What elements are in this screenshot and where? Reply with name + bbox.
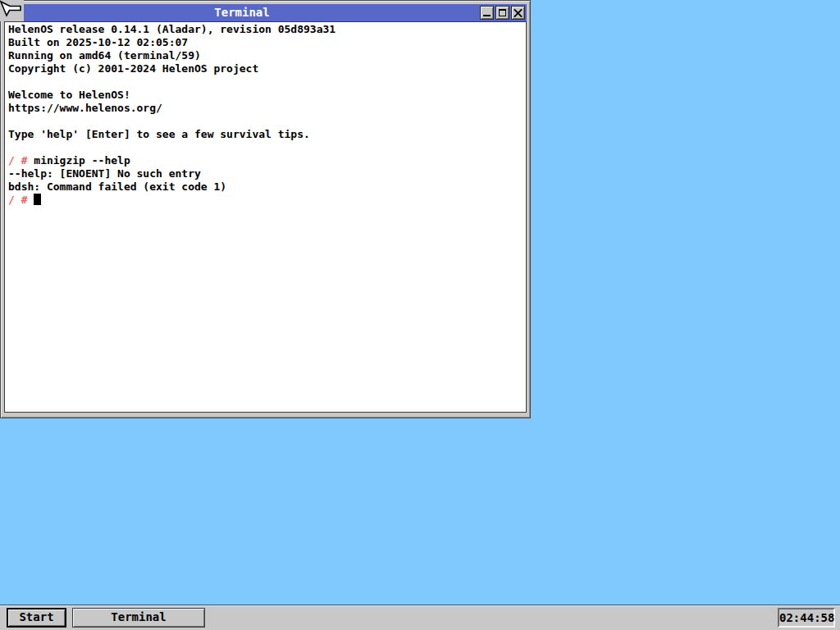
minimize-icon — [483, 15, 491, 16]
shell-prompt: / # — [8, 194, 27, 206]
window-titlebar[interactable]: Terminal — [4, 4, 527, 21]
terminal-line: Running on amd64 (terminal/59) — [8, 49, 526, 62]
terminal-output[interactable]: HelenOS release 0.14.1 (Aladar), revisio… — [4, 21, 527, 413]
maximize-icon — [499, 9, 506, 16]
taskbar-clock: 02:44:58 — [778, 608, 835, 628]
terminal-line: Type 'help' [Enter] to see a few surviva… — [8, 128, 526, 141]
maximize-button[interactable] — [495, 6, 509, 20]
terminal-line: bdsh: Command failed (exit code 1) — [8, 180, 526, 194]
taskbar-item-terminal[interactable]: Terminal — [72, 608, 205, 628]
close-button[interactable] — [511, 6, 525, 20]
close-icon — [512, 7, 524, 19]
terminal-line — [8, 141, 526, 154]
shell-prompt: / # — [8, 154, 27, 167]
terminal-line — [8, 75, 526, 89]
terminal-line: --help: [ENOENT] No such entry — [8, 167, 526, 180]
window-controls — [480, 6, 525, 20]
terminal-line: HelenOS release 0.14.1 (Aladar), revisio… — [8, 23, 526, 36]
terminal-line: Copyright (c) 2001-2024 HelenOS project — [8, 62, 526, 75]
terminal-line: Welcome to HelenOS! — [8, 89, 526, 102]
terminal-line: Built on 2025-10-12 02:05:07 — [8, 36, 526, 49]
terminal-line: / # — [8, 194, 526, 207]
terminal-line: https://www.helenos.org/ — [8, 102, 526, 115]
terminal-cursor — [34, 194, 41, 205]
terminal-line — [8, 115, 526, 128]
terminal-window: Terminal HelenOS release 0.14.1 (Aladar)… — [0, 0, 531, 418]
terminal-line: / # minigzip --help — [8, 154, 526, 167]
start-button[interactable]: Start — [7, 608, 66, 628]
window-title: Terminal — [4, 4, 480, 21]
taskbar: Start Terminal 02:44:58 — [0, 605, 840, 630]
minimize-button[interactable] — [480, 6, 494, 20]
